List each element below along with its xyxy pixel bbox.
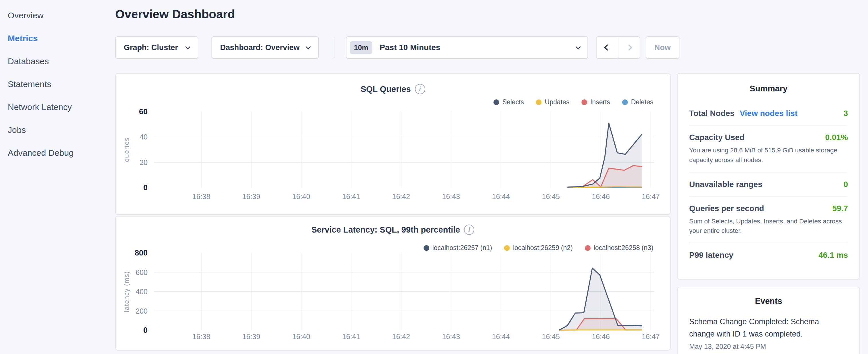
- svg-text:800: 800: [135, 249, 148, 257]
- svg-text:16:44: 16:44: [492, 332, 510, 341]
- time-range-badge: 10m: [350, 41, 372, 54]
- svg-text:16:39: 16:39: [242, 192, 260, 200]
- svg-text:16:45: 16:45: [542, 192, 560, 200]
- svg-text:600: 600: [135, 268, 148, 277]
- sidebar-item-statements[interactable]: Statements: [8, 73, 115, 96]
- dashboard-dropdown[interactable]: Dashboard: Overview: [212, 36, 319, 59]
- event-timestamp: May 13, 2020 at 4:45 PM: [689, 343, 848, 351]
- summary-title: Summary: [689, 84, 848, 93]
- svg-text:16:38: 16:38: [192, 192, 210, 200]
- svg-text:400: 400: [135, 288, 148, 296]
- time-range-selector[interactable]: 10m Past 10 Minutes: [346, 36, 588, 59]
- sidebar: Overview Metrics Databases Statements Ne…: [0, 0, 115, 164]
- chevron-down-icon: [185, 44, 190, 49]
- summary-label: Capacity Used: [689, 133, 744, 142]
- sidebar-item-databases[interactable]: Databases: [8, 50, 115, 73]
- summary-row-total-nodes: Total Nodes View nodes list 3: [689, 101, 848, 125]
- sql-queries-panel: SQL Queries i Selects Updates Inserts De…: [115, 73, 671, 215]
- svg-text:20: 20: [140, 158, 148, 166]
- svg-text:16:44: 16:44: [492, 192, 510, 200]
- summary-label: Unavailable ranges: [689, 180, 762, 189]
- service-latency-panel: Service Latency: SQL, 99th percentile i …: [115, 216, 671, 351]
- graph-dropdown[interactable]: Graph: Cluster: [115, 36, 198, 59]
- dashboard-dropdown-label: Dashboard: Overview: [220, 43, 300, 52]
- chevron-right-icon: [626, 44, 632, 51]
- svg-text:16:40: 16:40: [292, 332, 310, 341]
- sidebar-item-metrics[interactable]: Metrics: [8, 27, 115, 50]
- svg-text:16:40: 16:40: [292, 192, 310, 200]
- time-range-label: Past 10 Minutes: [380, 43, 576, 52]
- svg-text:16:42: 16:42: [392, 332, 410, 341]
- summary-description: You are using 28.6 MiB of 515.9 GiB usab…: [689, 146, 848, 165]
- summary-panel: Summary Total Nodes View nodes list 3 Ca…: [677, 73, 860, 280]
- svg-text:16:43: 16:43: [442, 332, 460, 341]
- events-title: Events: [689, 296, 848, 306]
- time-nav-group: [596, 36, 640, 59]
- toolbar: Graph: Cluster Dashboard: Overview 10m P…: [115, 36, 717, 59]
- events-panel: Events Schema Change Completed: Schema c…: [677, 287, 860, 354]
- svg-text:16:45: 16:45: [542, 332, 560, 341]
- svg-text:16:46: 16:46: [592, 332, 610, 341]
- sidebar-item-network-latency[interactable]: Network Latency: [8, 96, 115, 119]
- now-button[interactable]: Now: [646, 36, 679, 59]
- summary-row-unavailable-ranges: Unavailable ranges 0: [689, 172, 848, 196]
- summary-row-p99-latency: P99 latency 46.1 ms: [689, 243, 848, 267]
- svg-text:16:41: 16:41: [342, 192, 360, 200]
- svg-text:16:41: 16:41: [342, 332, 360, 341]
- svg-text:queries: queries: [123, 137, 130, 162]
- summary-value: 46.1 ms: [818, 251, 848, 260]
- chevron-down-icon: [576, 44, 581, 49]
- graph-dropdown-label: Graph: Cluster: [124, 43, 178, 52]
- svg-text:16:43: 16:43: [442, 192, 460, 200]
- svg-text:16:47: 16:47: [642, 332, 660, 341]
- svg-text:16:39: 16:39: [242, 332, 260, 341]
- summary-label: Queries per second: [689, 204, 764, 213]
- sql-queries-chart[interactable]: 16:3816:3916:4016:4116:4216:4316:4416:45…: [116, 74, 671, 215]
- svg-text:16:42: 16:42: [392, 192, 410, 200]
- event-message: Schema Change Completed: Schema change w…: [689, 316, 835, 340]
- chevron-down-icon: [306, 44, 311, 49]
- sidebar-item-jobs[interactable]: Jobs: [8, 119, 115, 141]
- page-title: Overview Dashboard: [115, 7, 235, 21]
- summary-value: 0: [843, 180, 848, 189]
- time-forward-button[interactable]: [618, 37, 640, 58]
- svg-text:200: 200: [135, 307, 148, 315]
- summary-label: P99 latency: [689, 251, 733, 260]
- summary-value: 59.7: [833, 204, 848, 213]
- svg-text:60: 60: [139, 107, 148, 116]
- time-back-button[interactable]: [597, 37, 618, 58]
- event-list-item[interactable]: Schema Change Completed: Schema change w…: [689, 316, 848, 351]
- service-latency-chart[interactable]: 16:3816:3916:4016:4116:4216:4316:4416:45…: [116, 217, 671, 351]
- summary-description: Sum of Selects, Updates, Inserts, and De…: [689, 217, 848, 236]
- summary-row-capacity-used: Capacity Used 0.01% You are using 28.6 M…: [689, 125, 848, 172]
- summary-value: 0.01%: [825, 133, 848, 142]
- svg-text:40: 40: [140, 133, 148, 141]
- toolbar-divider: [334, 37, 334, 58]
- svg-text:0: 0: [143, 183, 148, 192]
- svg-text:16:38: 16:38: [192, 332, 210, 341]
- sidebar-item-advanced-debug[interactable]: Advanced Debug: [8, 141, 115, 164]
- view-nodes-list-link[interactable]: View nodes list: [740, 109, 798, 118]
- svg-text:0: 0: [143, 326, 148, 334]
- svg-text:16:46: 16:46: [592, 192, 610, 200]
- summary-row-queries-per-second: Queries per second 59.7 Sum of Selects, …: [689, 196, 848, 243]
- sidebar-item-overview[interactable]: Overview: [8, 4, 115, 27]
- svg-text:16:47: 16:47: [642, 192, 660, 200]
- summary-value: 3: [843, 109, 848, 118]
- chevron-left-icon: [604, 44, 611, 51]
- svg-text:latency (ms): latency (ms): [123, 271, 130, 312]
- summary-label: Total Nodes: [689, 109, 735, 118]
